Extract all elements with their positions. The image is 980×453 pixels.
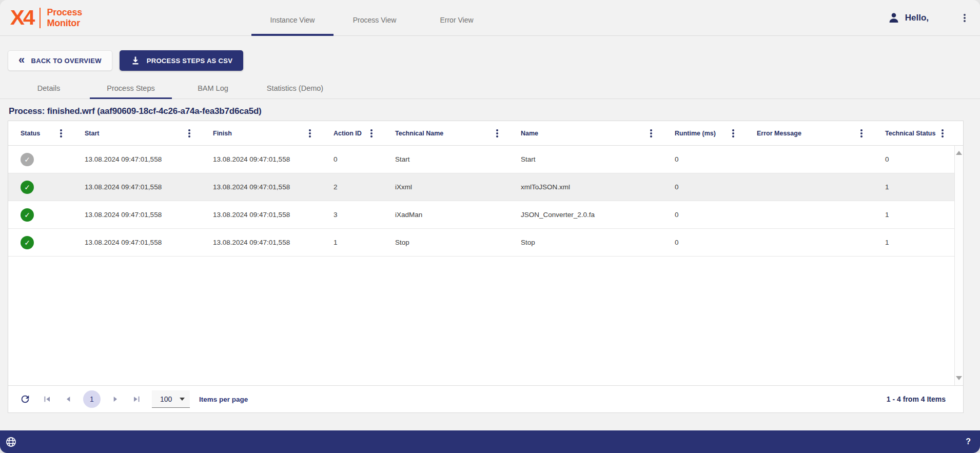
tab-process-view[interactable]: Process View (334, 16, 416, 35)
column-header-action-id: Action ID (321, 121, 383, 145)
vertical-scrollbar[interactable] (954, 146, 963, 385)
cell-technical-status: 1 (873, 229, 954, 256)
current-page-button[interactable]: 1 (83, 390, 101, 408)
table-row[interactable]: 13.08.2024 09:47:01,558 13.08.2024 09:47… (8, 173, 963, 201)
product-name: Process Monitor (47, 7, 82, 28)
process-steps-table: Status Start Finish Action ID Technical … (8, 121, 964, 413)
app-logo: X4 Process Monitor (0, 7, 82, 29)
cell-error-message (744, 201, 873, 228)
cell-action-id: 1 (321, 229, 383, 256)
cell-technical-name: Stop (383, 229, 508, 256)
status-check-icon (21, 181, 34, 194)
greeting-text: Hello, (905, 13, 929, 23)
help-button[interactable]: ? (966, 437, 971, 446)
table-row[interactable]: 13.08.2024 09:47:01,558 13.08.2024 09:47… (8, 229, 963, 257)
column-menu-kebab-icon[interactable] (496, 132, 498, 134)
scroll-up-icon[interactable] (956, 151, 962, 155)
column-menu-kebab-icon[interactable] (309, 132, 311, 134)
cell-finish: 13.08.2024 09:47:01,558 (201, 229, 321, 256)
cell-runtime: 0 (662, 173, 744, 201)
globe-icon[interactable] (5, 436, 17, 448)
cell-finish: 13.08.2024 09:47:01,558 (201, 173, 321, 201)
table-row[interactable]: 13.08.2024 09:47:01,558 13.08.2024 09:47… (8, 146, 963, 173)
header-menu-kebab-icon[interactable] (964, 17, 966, 19)
scroll-down-icon[interactable] (956, 376, 962, 380)
cell-start: 13.08.2024 09:47:01,558 (72, 146, 201, 173)
cell-name: Stop (508, 229, 662, 256)
paginator: 1 100 Items per page 1 - 4 from 4 Items (8, 385, 963, 412)
cell-start: 13.08.2024 09:47:01,558 (72, 201, 201, 228)
cell-technical-status: 1 (873, 201, 954, 228)
cell-start: 13.08.2024 09:47:01,558 (72, 229, 201, 256)
refresh-icon[interactable] (18, 392, 32, 406)
cell-technical-status: 1 (873, 173, 954, 201)
cell-technical-name: Start (383, 146, 508, 173)
cell-error-message (744, 229, 873, 256)
tab-instance-view[interactable]: Instance View (251, 16, 334, 35)
previous-page-icon[interactable] (62, 392, 75, 406)
column-header-status: Status (8, 121, 72, 145)
tab-statistics-demo[interactable]: Statistics (Demo) (254, 84, 336, 99)
column-header-error-message: Error Message (744, 121, 873, 145)
page-size-select[interactable]: 100 (152, 390, 190, 408)
status-check-icon (21, 153, 34, 166)
cell-name: xmlToJSON.xml (508, 173, 662, 201)
top-header: X4 Process Monitor Instance View Process… (0, 0, 980, 36)
column-menu-kebab-icon[interactable] (942, 132, 944, 134)
logo-divider (40, 8, 41, 28)
cell-runtime: 0 (662, 229, 744, 256)
cell-runtime: 0 (662, 146, 744, 173)
user-area: Hello, (888, 12, 980, 24)
column-menu-kebab-icon[interactable] (60, 132, 62, 134)
cell-name: Start (508, 146, 662, 173)
cell-action-id: 2 (321, 173, 383, 201)
main-view-tabs: Instance View Process View Error View (251, 0, 498, 35)
column-menu-kebab-icon[interactable] (860, 132, 863, 134)
process-title: Process: finished.wrf (aaf90609-18cf-4c2… (9, 106, 980, 116)
column-menu-kebab-icon[interactable] (650, 132, 652, 134)
detail-tabs: Details Process Steps BAM Log Statistics… (0, 84, 980, 99)
cell-action-id: 3 (321, 201, 383, 228)
column-menu-kebab-icon[interactable] (188, 132, 190, 134)
tab-error-view[interactable]: Error View (416, 16, 498, 35)
cell-runtime: 0 (662, 201, 744, 228)
column-header-technical-status: Technical Status (873, 121, 954, 145)
cell-finish: 13.08.2024 09:47:01,558 (201, 201, 321, 228)
cell-start: 13.08.2024 09:47:01,558 (72, 173, 201, 201)
cell-technical-status: 0 (873, 146, 954, 173)
table-row[interactable]: 13.08.2024 09:47:01,558 13.08.2024 09:47… (8, 201, 963, 229)
next-page-icon[interactable] (109, 392, 122, 406)
status-check-icon (21, 208, 34, 222)
tab-details[interactable]: Details (8, 84, 90, 99)
chevron-down-icon (180, 398, 185, 401)
column-header-runtime: Runtime (ms) (662, 121, 744, 145)
column-menu-kebab-icon[interactable] (732, 132, 734, 134)
item-range-label: 1 - 4 from 4 Items (887, 395, 953, 403)
cell-error-message (744, 173, 873, 201)
column-header-finish: Finish (201, 121, 321, 145)
x4-logo: X4 (10, 8, 33, 28)
bottom-bar: ? (0, 430, 980, 453)
download-icon (130, 55, 141, 66)
column-header-name: Name (508, 121, 662, 145)
process-steps-as-csv-button[interactable]: PROCESS STEPS AS CSV (120, 50, 243, 71)
tab-bam-log[interactable]: BAM Log (172, 84, 254, 99)
column-header-start: Start (72, 121, 201, 145)
column-menu-kebab-icon[interactable] (370, 132, 373, 134)
person-icon (888, 12, 900, 24)
cell-action-id: 0 (321, 146, 383, 173)
table-header-row: Status Start Finish Action ID Technical … (8, 121, 963, 146)
status-check-icon (21, 236, 34, 249)
items-per-page-label: Items per page (199, 396, 248, 403)
app-window: X4 Process Monitor Instance View Process… (0, 0, 980, 453)
cell-name: JSON_Converter_2.0.fa (508, 201, 662, 228)
column-header-technical-name: Technical Name (383, 121, 508, 145)
last-page-icon[interactable] (130, 392, 144, 406)
first-page-icon[interactable] (40, 392, 53, 406)
tab-process-steps[interactable]: Process Steps (90, 84, 172, 99)
cell-technical-name: iXadMan (383, 201, 508, 228)
action-toolbar: « BACK TO OVERVIEW PROCESS STEPS AS CSV (8, 50, 980, 71)
cell-finish: 13.08.2024 09:47:01,558 (201, 146, 321, 173)
back-to-overview-button[interactable]: « BACK TO OVERVIEW (8, 50, 112, 71)
table-empty-space (8, 257, 963, 385)
